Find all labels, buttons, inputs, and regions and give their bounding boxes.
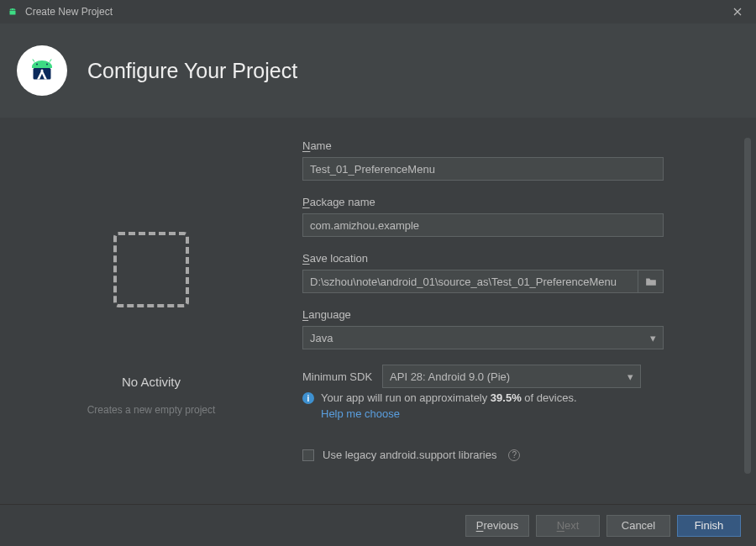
title-bar: Create New Project	[0, 0, 756, 24]
header-banner: Configure Your Project	[0, 24, 756, 118]
min-sdk-field: Minimum SDK API 28: Android 9.0 (Pie) ▾ …	[302, 365, 709, 420]
save-location-label: Save location	[302, 252, 709, 265]
svg-point-5	[36, 64, 38, 66]
finish-button[interactable]: Finish	[677, 515, 741, 537]
save-location-field: Save location	[302, 252, 709, 293]
svg-point-4	[41, 70, 44, 72]
language-label: Language	[302, 308, 709, 321]
browse-folder-button[interactable]	[638, 270, 664, 293]
android-studio-icon	[17, 45, 67, 96]
legacy-checkbox[interactable]	[302, 449, 314, 461]
package-input[interactable]	[302, 213, 664, 237]
svg-point-6	[46, 64, 48, 66]
package-field: Package name	[302, 196, 709, 237]
svg-line-7	[33, 60, 34, 62]
svg-rect-0	[10, 11, 16, 15]
min-sdk-label: Minimum SDK	[302, 370, 372, 383]
name-field: Name	[302, 139, 709, 181]
language-select[interactable]: Java ▾	[302, 326, 664, 349]
save-location-input[interactable]	[302, 270, 638, 293]
footer: Previous Next Cancel Finish	[0, 504, 756, 546]
svg-point-1	[11, 9, 12, 10]
help-icon[interactable]: ?	[508, 449, 520, 461]
legacy-label: Use legacy android.support libraries	[323, 449, 496, 461]
min-sdk-value: API 28: Android 9.0 (Pie)	[390, 370, 510, 383]
min-sdk-select[interactable]: API 28: Android 9.0 (Pie) ▾	[382, 365, 641, 388]
android-icon	[7, 6, 18, 18]
page-title: Configure Your Project	[87, 59, 297, 83]
previous-button[interactable]: Previous	[465, 515, 529, 537]
name-label: Name	[302, 139, 709, 152]
window-title: Create New Project	[25, 6, 113, 18]
chevron-down-icon: ▾	[627, 370, 633, 383]
cancel-button[interactable]: Cancel	[606, 515, 670, 537]
close-icon[interactable]	[726, 0, 749, 24]
form-pane: Name Package name Save location	[302, 118, 756, 504]
template-subtitle: Creates a new empty project	[87, 404, 216, 416]
preview-pane: No Activity Creates a new empty project	[0, 118, 302, 504]
template-title: No Activity	[87, 375, 216, 389]
language-value: Java	[310, 332, 333, 344]
scrollbar[interactable]	[744, 138, 751, 474]
info-icon: i	[302, 392, 314, 404]
language-field: Language Java ▾	[302, 308, 709, 349]
help-me-choose-link[interactable]: Help me choose	[321, 407, 709, 420]
svg-line-8	[50, 60, 51, 62]
compatibility-info: i Your app will run on approximately 39.…	[302, 391, 709, 404]
chevron-down-icon: ▾	[650, 332, 656, 344]
package-label: Package name	[302, 196, 709, 208]
svg-point-2	[13, 9, 14, 10]
legacy-libraries-row: Use legacy android.support libraries ?	[302, 449, 709, 461]
next-button: Next	[536, 515, 600, 537]
template-preview	[113, 232, 189, 307]
name-input[interactable]	[302, 157, 664, 181]
content-area: No Activity Creates a new empty project …	[0, 118, 756, 504]
